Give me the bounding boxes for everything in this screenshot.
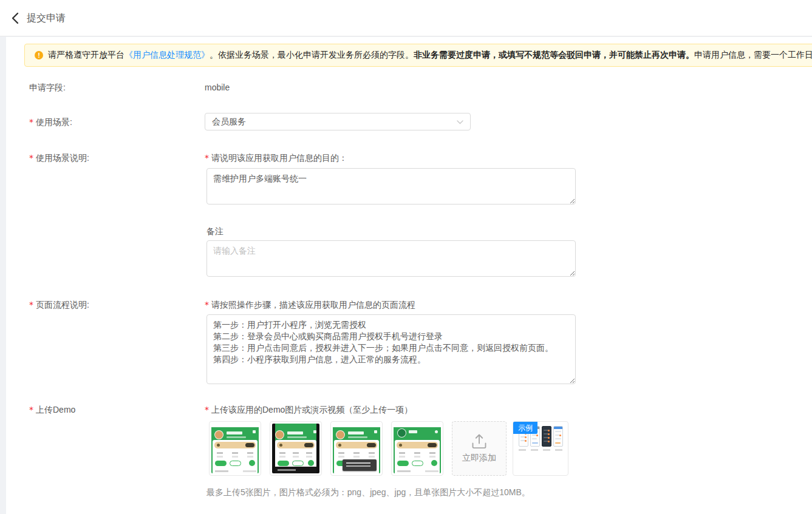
upload-tray-icon <box>471 433 488 449</box>
scene-desc-label: *使用场景说明: <box>29 153 89 164</box>
required-asterisk: * <box>205 300 209 309</box>
exclamation-circle-icon: ! <box>35 51 43 59</box>
purpose-sublabel: *请说明该应用获取用户信息的目的： <box>205 153 347 164</box>
banner-link-user-info-spec[interactable]: 《用户信息处理规范》 <box>125 50 210 61</box>
page-header: 提交申请 <box>0 0 812 36</box>
demo-thumbnail-3[interactable] <box>330 421 383 476</box>
warning-banner: ! 请严格遵守开放平台《用户信息处理规范》。依据业务场景，最小化申请开发业务所必… <box>24 44 812 67</box>
upload-hint: 最多上传5张图片，图片格式必须为：png、jpeg、jpg，且单张图片大小不超过… <box>206 487 530 498</box>
chevron-left-icon <box>9 11 23 25</box>
mini-program-screenshot <box>333 424 380 473</box>
upload-add-label: 立即添加 <box>462 453 496 464</box>
example-captions <box>517 449 564 451</box>
required-asterisk: * <box>205 153 209 163</box>
example-badge: 示例 <box>513 422 537 434</box>
toast-overlay <box>343 459 377 471</box>
page-title: 提交申请 <box>27 0 66 36</box>
banner-text-bold: 非业务需要过度申请，或填写不规范等会驳回申请，并可能禁止再次申请。 <box>414 50 694 61</box>
note-textarea[interactable] <box>206 240 576 277</box>
demo-thumbnail-4[interactable] <box>391 421 443 476</box>
required-asterisk: * <box>29 405 33 414</box>
apply-field-label: 申请字段: <box>29 83 66 93</box>
required-asterisk: * <box>29 153 33 163</box>
scene-select-value: 会员服务 <box>212 117 246 126</box>
upload-sublabel: *上传该应用的Demo图片或演示视频（至少上传一项） <box>205 405 412 416</box>
upload-add-button[interactable]: 立即添加 <box>452 421 507 476</box>
scene-select[interactable]: 会员服务 <box>205 113 471 130</box>
banner-text-3: 申请用户信息，需要一个工作日左右的审核时间，请耐 <box>694 50 812 61</box>
required-asterisk: * <box>205 405 209 414</box>
demo-thumbnail-1[interactable] <box>209 421 261 476</box>
chevron-down-icon <box>457 120 463 124</box>
note-label: 备注 <box>206 226 223 237</box>
back-button[interactable] <box>9 11 23 25</box>
banner-text-1: 请严格遵守开放平台 <box>48 50 125 61</box>
mini-program-screenshot <box>211 424 259 473</box>
banner-text-2: 。依据业务场景，最小化申请开发业务所必须的字段。 <box>210 50 414 61</box>
required-asterisk: * <box>29 117 33 127</box>
required-asterisk: * <box>29 300 33 309</box>
purpose-textarea[interactable]: 需维护用户多端账号统一 <box>206 168 576 205</box>
scene-label: *使用场景: <box>29 117 72 128</box>
apply-field-value: mobile <box>205 83 230 92</box>
example-thumbnail[interactable]: 示例 <box>513 421 568 476</box>
upload-label: *上传Demo <box>29 405 75 416</box>
mini-program-screenshot <box>272 424 319 473</box>
flow-sublabel: *请按照操作步骤，描述该应用获取用户信息的页面流程 <box>205 300 415 311</box>
flow-textarea[interactable]: 第一步：用户打开小程序，浏览无需授权 第二步：登录会员中心或购买商品需用户授权手… <box>206 314 576 384</box>
flow-label: *页面流程说明: <box>29 300 89 311</box>
demo-thumbnail-2[interactable] <box>270 421 322 476</box>
mini-program-screenshot <box>394 424 441 473</box>
